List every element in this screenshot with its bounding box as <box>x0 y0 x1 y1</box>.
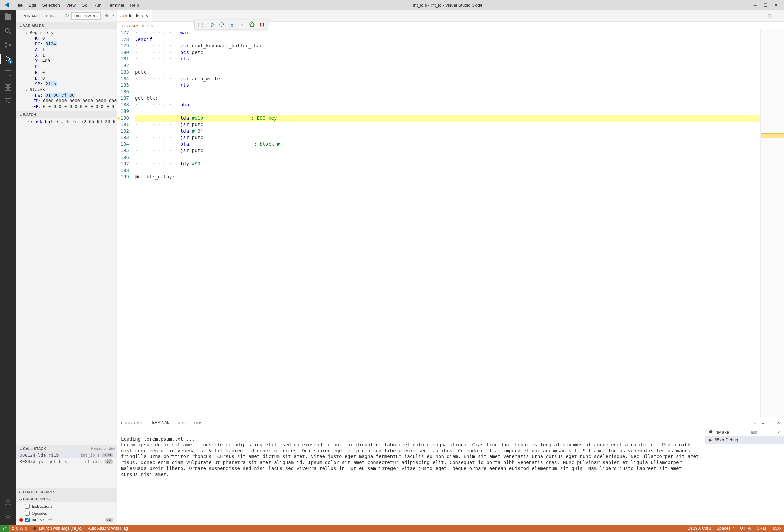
line-number[interactable]: 177 <box>117 30 135 37</box>
terminal-panel-icon[interactable] <box>4 97 12 106</box>
terminal-instance[interactable]: 🛠nMakeTask✓ <box>705 428 784 436</box>
menu-view[interactable]: View <box>63 1 78 9</box>
menu-edit[interactable]: Edit <box>26 1 39 9</box>
variable-row[interactable]: D:0 <box>16 75 117 81</box>
line-number[interactable]: 178 <box>117 37 135 43</box>
registers-group[interactable]: ⌄ Registers <box>16 30 117 35</box>
code-line[interactable]: · · · · · · · · jsr acia_write <box>135 76 760 83</box>
breakpoint-option[interactable]: Instructions <box>16 503 117 510</box>
minimize-icon[interactable]: ─ <box>754 3 757 8</box>
maximize-icon[interactable]: ☐ <box>763 3 767 8</box>
menu-selection[interactable]: Selection <box>39 1 62 9</box>
line-number[interactable]: 183 <box>117 69 135 76</box>
variable-row[interactable]: ›HW:01 00 7f 80 <box>16 92 117 98</box>
code-line[interactable]: · · · · · · · · rts <box>135 82 760 89</box>
variable-row[interactable]: PC:8124 <box>16 41 117 47</box>
auto-attach-status[interactable]: Auto Attach: With Flag <box>85 525 131 532</box>
callstack-row[interactable]: 00807d jsr get_blkint_io.s67 <box>16 459 117 465</box>
breadcrumb[interactable]: src › ASM int_io.s ⋮⋮ <box>117 22 784 29</box>
split-editor-icon[interactable]: ◫ <box>767 13 772 19</box>
explorer-icon[interactable] <box>4 13 12 21</box>
code-line[interactable]: · · · · · · · · wai <box>135 30 760 37</box>
menu-help[interactable]: Help <box>128 1 142 9</box>
step-into-icon[interactable] <box>229 22 235 28</box>
variable-row[interactable]: ›FD:0000 0000 0000 0000 0000 0000 0… <box>16 98 117 104</box>
tab-close-icon[interactable]: ✕ <box>145 13 148 19</box>
eol-status[interactable]: CRLF <box>754 525 770 532</box>
variable-row[interactable]: K:0 <box>16 35 117 41</box>
variable-row[interactable]: ›block_buffer:4c 6f 72 65 6d 20 69 7… <box>16 119 117 124</box>
checkbox[interactable] <box>25 511 30 515</box>
callstack-row[interactable]: 008124 lda #$1bint_io.s190 <box>16 452 117 459</box>
code-line[interactable]: · · · · · · · · jsr next_keyboard_buffer… <box>135 43 760 50</box>
line-number[interactable]: 187 <box>117 95 135 102</box>
launch-config-select[interactable]: Launch with ⌄ <box>71 12 101 20</box>
new-terminal-icon[interactable]: ＋ <box>753 420 757 425</box>
panel-tab-terminal[interactable]: TERMINAL <box>150 420 169 426</box>
encoding-status[interactable]: UTF-8 <box>737 525 754 532</box>
line-number[interactable]: 180 <box>117 50 135 56</box>
step-over-icon[interactable] <box>219 22 225 28</box>
code-line[interactable]: · · · · · · · · lda #'B' <box>135 128 760 135</box>
remote-explorer-icon[interactable] <box>4 69 12 77</box>
restart-icon[interactable] <box>249 22 255 28</box>
line-number[interactable]: 195 <box>117 148 135 154</box>
section-breakpoints[interactable]: BREAKPOINTS <box>16 495 117 502</box>
code-line[interactable]: · · · · · · · · jsr putc <box>135 135 760 141</box>
stop-icon[interactable] <box>259 22 265 28</box>
code-line[interactable] <box>135 89 760 96</box>
problems-status[interactable]: ⊗ 0 ⚠ 0 <box>9 525 30 532</box>
line-number[interactable]: 192 <box>117 128 135 135</box>
settings-gear-icon[interactable] <box>4 512 12 521</box>
code-line[interactable]: · · · · · · · · bcs getc <box>135 50 760 56</box>
panel-tab-debug-console[interactable]: DEBUG CONSOLE <box>177 421 211 425</box>
language-status[interactable]: 65xx <box>770 525 784 532</box>
minimap[interactable] <box>760 29 784 417</box>
line-number[interactable]: 199 <box>117 174 135 181</box>
code-line[interactable] <box>135 168 760 174</box>
code-line[interactable]: .endif <box>135 37 760 43</box>
step-out-icon[interactable] <box>239 22 245 28</box>
more-actions-icon[interactable]: ⋯ <box>110 14 114 18</box>
more-icon[interactable]: ⋯ <box>776 13 780 19</box>
code-line[interactable] <box>135 63 760 69</box>
search-icon[interactable] <box>4 27 12 35</box>
breakpoint-option[interactable]: Opcodes <box>16 510 117 516</box>
section-variables[interactable]: VARIABLES <box>16 22 117 29</box>
run-debug-icon[interactable]: 1 <box>4 55 12 63</box>
code-line[interactable]: · · · · · · · · pha <box>135 102 760 109</box>
stacks-group[interactable]: ⌄ Stacks <box>16 87 117 92</box>
menu-run[interactable]: Run <box>91 1 104 9</box>
code-line[interactable]: · · · · · · · · jsr putc <box>135 148 760 154</box>
line-number[interactable]: 197 <box>117 161 135 168</box>
line-number[interactable]: 184 <box>117 76 135 83</box>
menu-go[interactable]: Go <box>79 1 90 9</box>
variable-row[interactable]: X:1 <box>16 52 117 58</box>
line-number[interactable]: 179 <box>117 43 135 50</box>
section-watch[interactable]: WATCH <box>16 111 117 118</box>
code-line[interactable]: · · · · · · · · rts <box>135 56 760 63</box>
line-number[interactable]: 193 <box>117 135 135 141</box>
variable-row[interactable]: Y:400 <box>16 58 117 64</box>
start-debug-icon[interactable] <box>64 13 69 19</box>
variable-row[interactable]: ›FP:0 0 0 0 0 0 0 0 0 0 0 0 0 0 0 0 0… <box>16 104 117 110</box>
breakpoint-file[interactable]: int_io.ssrc66 <box>16 516 117 523</box>
debug-status[interactable]: 🐞 Launch with args (int_io) <box>30 525 85 532</box>
indent-status[interactable]: Spaces: 4 <box>714 525 737 532</box>
code-line[interactable]: · · · · · · · · ldy #$0 <box>135 161 760 168</box>
line-number[interactable]: 198 <box>117 168 135 174</box>
checkbox[interactable] <box>25 504 30 509</box>
variable-row[interactable]: A:1 <box>16 47 117 52</box>
panel-tab-problems[interactable]: PROBLEMS <box>121 421 142 425</box>
menu-terminal[interactable]: Terminal <box>105 1 127 9</box>
variable-row[interactable]: ›P:-------- <box>16 64 117 69</box>
line-number[interactable]: 190 <box>117 115 135 122</box>
terminal-output[interactable]: Loading loremlpsum.txt ... Lorem ipsum d… <box>117 428 705 525</box>
tab-int-io[interactable]: ASM int_io.s ✕ <box>117 10 152 22</box>
drag-grip-icon[interactable]: ⋮⋮ <box>197 22 205 27</box>
variable-row[interactable]: SP:2ffb <box>16 81 117 87</box>
code-line[interactable]: · · · · · · · · pla · · · · · · · · · · … <box>135 141 760 148</box>
line-number[interactable]: 196 <box>117 154 135 161</box>
line-number[interactable]: 181 <box>117 56 135 63</box>
continue-icon[interactable] <box>209 22 215 28</box>
